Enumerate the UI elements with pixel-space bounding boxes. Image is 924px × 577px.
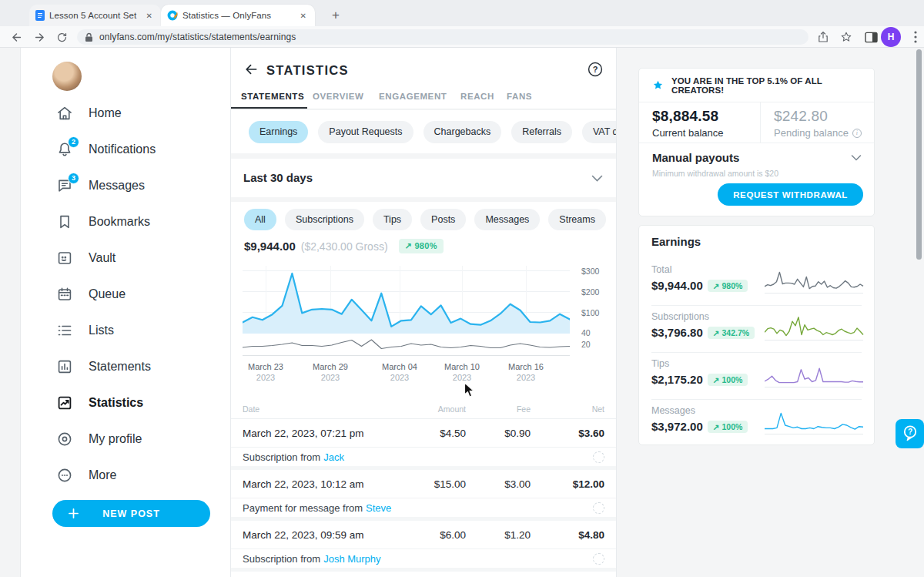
filter-all[interactable]: All [244, 209, 276, 230]
filter-streams[interactable]: Streams [548, 209, 606, 230]
column-header: Amount [401, 404, 466, 414]
user-link[interactable]: Jack [323, 451, 344, 463]
earning-type-filters: AllSubscriptionsTipsPostsMessagesStreams [244, 209, 606, 230]
gross-total: ($2,430.00 Gross) [301, 240, 388, 253]
filter-tips[interactable]: Tips [373, 209, 412, 230]
floating-help-button[interactable]: ? [896, 419, 924, 448]
x-axis-tick: March 102023 [444, 362, 480, 382]
stats-tab-reach[interactable]: REACH [460, 92, 494, 101]
request-withdrawal-button[interactable]: REQUEST WITHDRAWAL [718, 183, 863, 206]
bookmark-star-icon[interactable] [838, 29, 855, 45]
user-avatar[interactable] [52, 62, 82, 91]
side-panel-icon[interactable] [862, 29, 879, 45]
pending-circle-icon [593, 502, 604, 514]
sidebar-item-notifications[interactable]: 2Notifications [21, 131, 231, 167]
close-tab-icon[interactable]: ✕ [144, 12, 155, 20]
manual-payouts-title: Manual payouts [652, 151, 739, 164]
address-bar[interactable]: onlyfans.com/my/statistics/statements/ea… [77, 29, 808, 45]
filter-subscriptions[interactable]: Subscriptions [285, 209, 364, 230]
transaction-detail-row: Subscription fromJosh Murphy [231, 549, 616, 572]
sidebar-item-my-profile[interactable]: My profile [21, 421, 231, 457]
pill-vat-documents[interactable]: VAT documents [582, 121, 616, 143]
transaction: March 22, 2023, 09:59 am$6.00$1.20$4.80S… [231, 521, 616, 572]
stats-tab-statements[interactable]: STATEMENTS [241, 92, 304, 101]
unread-count-badge: 3 [68, 173, 79, 184]
transaction-description: Payment for message from [243, 502, 363, 514]
help-icon[interactable]: ? [588, 62, 603, 77]
pill-referrals[interactable]: Referrals [511, 121, 572, 143]
transaction-amount: $15.00 [401, 478, 466, 490]
browser-tab-1[interactable]: Lesson 5 Account Set Up- - G ✕ [29, 5, 161, 26]
tab-title: Lesson 5 Account Set Up- - G [49, 11, 139, 20]
reload-icon[interactable] [53, 29, 70, 45]
bell-icon: 2 [55, 140, 74, 159]
share-icon[interactable] [815, 29, 832, 45]
stats-tab-fans[interactable]: FANS [507, 92, 532, 101]
user-link[interactable]: Steve [366, 502, 391, 514]
user-link[interactable]: Josh Murphy [323, 553, 380, 565]
menu-dots-icon[interactable] [907, 29, 924, 45]
column-header: Date [243, 404, 401, 414]
earnings-row-label: Tips [651, 358, 669, 369]
banner-text: YOU ARE IN THE TOP 5.1% OF ALL CREATORS! [671, 76, 874, 95]
forward-icon[interactable] [31, 29, 48, 45]
sidebar-item-label: Messages [89, 179, 145, 193]
earnings-card: AllSubscriptionsTipsPostsMessagesStreams… [231, 202, 616, 577]
transaction-fee: $3.00 [466, 478, 531, 490]
new-tab-button[interactable]: + [326, 6, 345, 25]
earnings-change-badge: ↗ 980% [708, 280, 748, 292]
current-balance: $8,884.58 Current balance [639, 102, 760, 143]
pill-earnings[interactable]: Earnings [249, 121, 308, 143]
transaction-net: $3.60 [531, 428, 604, 439]
earnings-change-badge: ↗ 100% [708, 421, 748, 433]
balances-row: $8,884.58 Current balance $242.80 Pendin… [639, 102, 874, 143]
statistics-header-card: STATISTICS ? STATEMENTSOVERVIEWENGAGEMEN… [231, 48, 616, 109]
sidebar-item-statistics[interactable]: Statistics [21, 384, 231, 421]
info-icon[interactable]: i [852, 129, 862, 138]
sparkline-chart [763, 314, 865, 343]
scrollbar-thumb[interactable] [916, 49, 922, 260]
close-tab-icon[interactable]: ✕ [298, 12, 309, 20]
transaction-row[interactable]: March 22, 2023, 07:21 pm$4.50$0.90$3.60 [231, 419, 616, 448]
sparkline-chart [763, 267, 865, 296]
x-axis-tick: March 042023 [382, 362, 417, 382]
stats-tab-engagement[interactable]: ENGAGEMENT [379, 92, 447, 101]
browser-tab-2-active[interactable]: Statistics — OnlyFans ✕ [161, 5, 315, 26]
sidebar-item-queue[interactable]: Queue [21, 276, 231, 312]
earnings-row-label: Messages [651, 405, 695, 416]
earnings-row-label: Total [651, 264, 671, 275]
sidebar-item-vault[interactable]: Vault [21, 240, 231, 276]
filter-posts[interactable]: Posts [420, 209, 466, 230]
pill-payout-requests[interactable]: Payout Requests [318, 121, 413, 143]
earnings-row-label: Subscriptions [651, 311, 709, 322]
stats-tab-overview[interactable]: OVERVIEW [313, 92, 364, 101]
period-label: Last 30 days [243, 171, 313, 184]
sidebar-item-lists[interactable]: Lists [21, 312, 231, 348]
y-axis-tick: $300 [581, 267, 599, 276]
transaction-net: $4.80 [531, 529, 604, 541]
sidebar-item-messages[interactable]: 3Messages [21, 167, 231, 203]
browser-profile-avatar[interactable]: H [881, 27, 901, 47]
pill-chargebacks[interactable]: Chargebacks [424, 121, 502, 143]
sparkline-chart [763, 408, 865, 437]
new-post-button[interactable]: NEW POST [52, 500, 210, 527]
chevron-down-icon[interactable] [851, 155, 862, 161]
sidebar-item-bookmarks[interactable]: Bookmarks [21, 203, 231, 240]
more-icon [55, 466, 74, 485]
transaction-row[interactable]: March 22, 2023, 10:12 am$15.00$3.00$12.0… [231, 470, 616, 498]
tab-title: Statistics — OnlyFans [182, 11, 293, 20]
lock-icon [85, 32, 93, 42]
sidebar-item-statements[interactable]: Statements [21, 348, 231, 384]
filter-messages[interactable]: Messages [474, 209, 540, 230]
transaction-row[interactable]: March 22, 2023, 09:59 am$6.00$1.20$4.80 [231, 521, 616, 549]
period-selector[interactable]: Last 30 days [231, 159, 616, 197]
back-arrow-icon[interactable] [243, 62, 259, 77]
y-axis-tick: $100 [581, 308, 599, 317]
page-left-gutter [0, 48, 21, 577]
bookmark-icon [55, 213, 74, 231]
sidebar-item-home[interactable]: Home [21, 95, 231, 131]
back-icon[interactable] [8, 29, 25, 45]
x-axis-tick: March 292023 [313, 362, 348, 382]
sidebar-item-more[interactable]: More [21, 457, 231, 493]
chevron-down-icon [591, 175, 603, 182]
